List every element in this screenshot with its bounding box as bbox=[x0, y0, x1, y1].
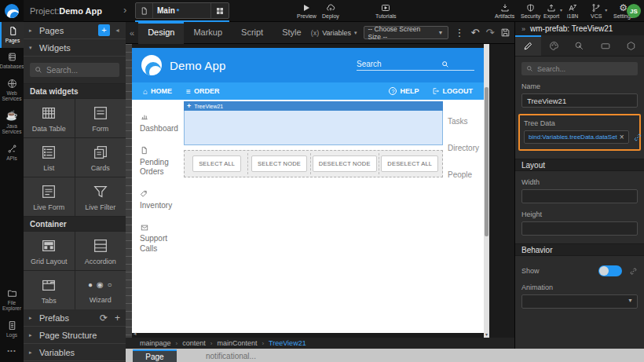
redo-icon[interactable]: ↷ bbox=[485, 27, 494, 38]
width-input[interactable] bbox=[521, 189, 638, 203]
user-avatar[interactable]: JS bbox=[627, 4, 641, 18]
tab-markup[interactable]: Markup bbox=[184, 22, 232, 44]
artifacts-button[interactable]: Artifacts bbox=[495, 2, 514, 19]
page-selector[interactable]: Main * bbox=[135, 2, 229, 19]
preview-button[interactable]: Preview bbox=[297, 2, 317, 19]
property-search-input[interactable] bbox=[537, 65, 633, 73]
tab-design[interactable]: Design bbox=[138, 22, 184, 44]
widget-tile-data-table[interactable]: Data Table bbox=[24, 99, 75, 137]
rail-item-pages[interactable]: Pages bbox=[0, 22, 24, 48]
breadcrumb-item-mainpage[interactable]: mainpage bbox=[140, 339, 171, 347]
widget-tile-list[interactable]: List bbox=[24, 138, 75, 177]
name-input[interactable] bbox=[521, 93, 638, 108]
tab-style[interactable]: Style bbox=[273, 22, 310, 44]
scroll-down-arrow-icon[interactable]: ▾ bbox=[484, 331, 489, 337]
tab-properties[interactable] bbox=[515, 35, 541, 56]
widget-tile-cards[interactable]: Cards bbox=[75, 138, 126, 177]
widget-tile-tabs[interactable]: Tabs bbox=[24, 271, 75, 309]
breadcrumb-item-treeview21[interactable]: TreeView21 bbox=[269, 339, 306, 347]
vcs-button[interactable]: ▾ VCS bbox=[591, 2, 602, 19]
folder-icon bbox=[7, 288, 17, 298]
rail-item-apis[interactable]: APIs bbox=[0, 140, 24, 166]
collapse-panel-icon[interactable]: ◄ bbox=[115, 27, 120, 33]
show-bind-link-icon[interactable] bbox=[629, 267, 638, 276]
page-structure-section-row[interactable]: ▸ Page Structure bbox=[24, 327, 126, 344]
tab-styles[interactable] bbox=[541, 35, 567, 56]
app-search-icon[interactable] bbox=[415, 60, 474, 68]
export-button[interactable]: ▾ Export bbox=[543, 2, 559, 19]
pages-section-row[interactable]: ▸ Pages + ◄ bbox=[24, 22, 126, 39]
select-all-button[interactable]: SELECT ALL bbox=[192, 155, 241, 172]
widget-tile-live-form[interactable]: Live Form bbox=[24, 177, 75, 216]
tab-security[interactable] bbox=[618, 35, 644, 56]
deploy-button[interactable]: Deploy bbox=[322, 2, 339, 19]
property-search[interactable] bbox=[521, 62, 638, 75]
height-input[interactable] bbox=[521, 221, 638, 236]
add-page-button[interactable]: + bbox=[98, 24, 110, 36]
left-nav-pending-orders[interactable]: Pending Orders bbox=[140, 146, 176, 177]
widget-search[interactable] bbox=[30, 63, 119, 77]
rail-item-java-services[interactable]: ☕ Java Services bbox=[0, 107, 24, 140]
left-nav-dashboard[interactable]: Dashboard bbox=[140, 112, 176, 133]
widget-tile-live-filter[interactable]: Live Filter bbox=[75, 177, 126, 216]
tree-data-input[interactable]: bind:Variables.treeData.dataSet × bbox=[524, 130, 629, 144]
nav-home[interactable]: ⌂ HOME bbox=[143, 87, 172, 96]
save-icon[interactable] bbox=[500, 27, 510, 38]
treeview-widget-selection-bar[interactable]: + TreeView21 bbox=[184, 101, 443, 111]
wavemaker-logo[interactable] bbox=[0, 0, 24, 22]
widget-tile-form[interactable]: Form bbox=[75, 99, 126, 137]
status-page-tab[interactable]: Page bbox=[133, 349, 177, 362]
deselect-all-button[interactable]: DESELECT ALL bbox=[381, 155, 438, 172]
tab-device[interactable] bbox=[592, 35, 618, 56]
clear-bind-icon[interactable]: × bbox=[620, 133, 624, 141]
tutorials-button[interactable]: Tutorials bbox=[375, 2, 397, 19]
hamburger-icon: ≡ bbox=[186, 87, 191, 96]
canvas-vertical-scrollbar[interactable]: ▾ bbox=[484, 44, 489, 338]
collapse-left-panel-icon[interactable]: « bbox=[126, 28, 138, 38]
undo-icon[interactable]: ↶ bbox=[471, 27, 480, 38]
variables-section-row[interactable]: ▸ Variables bbox=[24, 344, 126, 361]
move-handle-icon[interactable]: + bbox=[187, 102, 191, 110]
nav-logout[interactable]: LOGOUT bbox=[432, 87, 474, 95]
treeview-widget-body[interactable] bbox=[184, 111, 443, 145]
breadcrumb-item-maincontent[interactable]: mainContent bbox=[217, 339, 257, 347]
left-nav-support-calls[interactable]: Support Calls bbox=[140, 224, 176, 254]
widgets-section-row[interactable]: ▾ Widgets bbox=[24, 39, 126, 57]
left-nav-inventory[interactable]: Inventory bbox=[140, 190, 176, 211]
breadcrumb-item-content[interactable]: content bbox=[182, 339, 206, 347]
security-button[interactable]: Security bbox=[521, 2, 540, 19]
widget-tile-accordion[interactable]: Accordion bbox=[75, 232, 126, 270]
scroll-left-arrow-icon[interactable]: ◂ bbox=[134, 331, 137, 337]
rail-item-web-services[interactable]: Web Services bbox=[0, 75, 24, 107]
add-prefab-icon[interactable]: + bbox=[115, 313, 120, 324]
nav-order[interactable]: ≡ ORDER bbox=[186, 87, 219, 96]
page-grid-icon[interactable] bbox=[210, 3, 229, 18]
animation-select[interactable] bbox=[521, 294, 638, 309]
rail-more-button[interactable]: ••• bbox=[0, 342, 24, 362]
show-toggle[interactable] bbox=[598, 265, 622, 276]
nav-help[interactable]: ? HELP bbox=[389, 87, 419, 95]
expand-panel-icon[interactable]: » bbox=[521, 25, 525, 33]
rail-item-file-explorer[interactable]: File Explorer bbox=[0, 284, 24, 316]
refresh-prefabs-icon[interactable]: ⟳ bbox=[100, 313, 108, 324]
app-search-field[interactable]: Search bbox=[357, 60, 474, 71]
select-node-button[interactable]: SELECT NODE bbox=[251, 155, 307, 172]
rail-item-logs[interactable]: Logs bbox=[0, 316, 24, 342]
rail-item-databases[interactable]: Databases bbox=[0, 48, 24, 74]
scrollbar-thumb[interactable] bbox=[485, 87, 488, 236]
widget-tile-wizard[interactable]: ● ◉ ○ Wizard bbox=[75, 271, 126, 309]
i18n-button[interactable]: i18N bbox=[567, 2, 578, 19]
widget-tile-grid-layout[interactable]: Grid Layout bbox=[24, 232, 75, 270]
right-nav-tasks[interactable]: Tasks bbox=[448, 117, 484, 126]
screen-size-select[interactable]: -- Choose Screen Size -- ▼ bbox=[364, 26, 448, 39]
variables-dropdown[interactable]: (x) Variables ▾ bbox=[311, 29, 357, 37]
right-nav-directory[interactable]: Directory bbox=[448, 144, 484, 152]
deselect-node-button[interactable]: DESELECT NODE bbox=[313, 155, 377, 172]
tab-search-properties[interactable] bbox=[567, 35, 593, 56]
widget-search-input[interactable] bbox=[46, 66, 115, 75]
tab-script[interactable]: Script bbox=[232, 22, 273, 44]
bind-link-icon[interactable] bbox=[633, 133, 642, 142]
kebab-menu-icon[interactable]: ⋮ bbox=[455, 27, 465, 38]
right-nav-people[interactable]: People bbox=[448, 170, 484, 179]
prefabs-section-row[interactable]: ▸ Prefabs ⟳ + bbox=[24, 309, 126, 327]
